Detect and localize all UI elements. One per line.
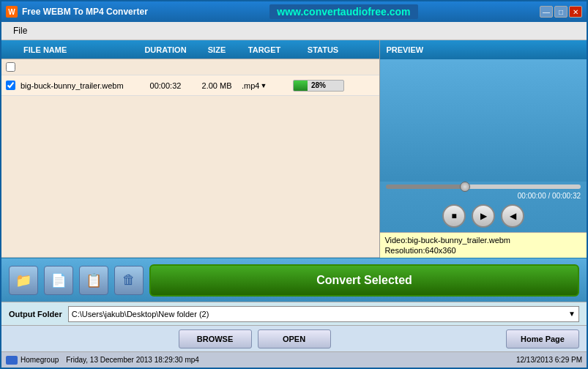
target-dropdown[interactable]: .mp4 ▼ — [242, 81, 287, 90]
row-duration: 00:00:32 — [136, 81, 195, 90]
network-label: Homegroup — [21, 356, 59, 364]
preview-info: Video:big-buck-bunny_trailer.webm Resolu… — [380, 232, 587, 258]
table-header: FILE NAME DURATION SIZE TARGET STATUS — [1, 40, 379, 59]
title-bar-left: W Free WEBM To MP4 Converter — [6, 6, 148, 18]
preview-panel: PREVIEW 00:00:00 / 00:00:32 ■ ▶ ◀ Vi — [380, 40, 587, 258]
target-value: .mp4 — [242, 81, 259, 90]
button-row: BROWSE OPEN Home Page — [1, 325, 587, 351]
col-header-duration: DURATION — [136, 45, 195, 54]
rewind-button[interactable]: ◀ — [501, 204, 524, 228]
col-header-filename: FILE NAME — [19, 45, 136, 54]
panels-row: FILE NAME DURATION SIZE TARGET STATUS — [1, 40, 587, 258]
col-header-size: SIZE — [195, 45, 239, 54]
delete-button[interactable]: 🗑 — [114, 266, 144, 295]
row-status: 28% — [290, 80, 356, 92]
preview-video-area — [380, 59, 587, 182]
bottom-toolbar: 📁 📄 📋 🗑 Convert Selected — [1, 258, 587, 302]
content-area: FILE NAME DURATION SIZE TARGET STATUS — [1, 40, 587, 368]
row-checkbox[interactable] — [6, 81, 15, 90]
brand-url: www.convertaudiofree.com — [269, 4, 417, 19]
status-clock: 12/13/2013 6:29 PM — [516, 356, 582, 364]
status-datetime: Friday, 13 December 2013 18:29:30 mp4 — [66, 356, 199, 364]
output-path-dropdown-arrow[interactable]: ▼ — [568, 310, 576, 318]
open-button[interactable]: OPEN — [258, 329, 331, 348]
app-title: Free WEBM To MP4 Converter — [22, 7, 148, 17]
add-file-button[interactable]: 📄 — [44, 266, 73, 295]
app-icon: W — [6, 6, 18, 18]
time-display: 00:00:00 / 00:00:32 — [380, 192, 587, 201]
add-folder-button[interactable]: 📁 — [9, 266, 38, 295]
unknown-button[interactable]: 📋 — [79, 266, 108, 295]
output-path-display[interactable]: C:\Users\jakub\Desktop\New folder (2) ▼ — [68, 306, 579, 322]
target-dropdown-arrow[interactable]: ▼ — [260, 82, 267, 89]
col-header-status: STATUS — [290, 45, 356, 54]
progress-text: 28% — [294, 81, 343, 91]
select-all-checkbox[interactable] — [6, 62, 15, 72]
stop-button[interactable]: ■ — [442, 204, 466, 228]
minimize-button[interactable]: — — [540, 6, 553, 18]
menu-file[interactable]: File — [7, 24, 33, 37]
preview-slider-row — [380, 182, 587, 192]
output-path-text: C:\Users\jakub\Desktop\New folder (2) — [72, 310, 209, 318]
preview-video-name: Video:big-buck-bunny_trailer.webm — [384, 235, 582, 245]
title-bar: W Free WEBM To MP4 Converter www.convert… — [1, 1, 587, 22]
file-table: FILE NAME DURATION SIZE TARGET STATUS — [1, 40, 379, 258]
left-panel: FILE NAME DURATION SIZE TARGET STATUS — [1, 40, 380, 258]
add-folder-icon: 📁 — [15, 272, 31, 288]
delete-icon: 🗑 — [122, 272, 135, 288]
convert-button[interactable]: Convert Selected — [149, 264, 579, 297]
browse-button[interactable]: BROWSE — [179, 329, 252, 348]
seek-slider[interactable] — [386, 184, 581, 189]
row-checkbox-cell — [1, 81, 19, 90]
status-bar: Homegroup Friday, 13 December 2013 18:29… — [1, 351, 587, 368]
select-all-row — [1, 59, 379, 75]
menu-bar: File — [1, 22, 587, 40]
table-row: big-buck-bunny_trailer.webm 00:00:32 2.0… — [1, 75, 379, 96]
output-folder-row: Output Folder C:\Users\jakub\Desktop\New… — [1, 302, 587, 325]
slider-thumb[interactable] — [460, 182, 470, 192]
empty-table-area — [1, 96, 379, 257]
maximize-button[interactable]: □ — [554, 6, 567, 18]
network-icon — [6, 356, 18, 365]
row-filename: big-buck-bunny_trailer.webm — [19, 81, 136, 90]
row-target: .mp4 ▼ — [239, 81, 290, 90]
unknown-icon: 📋 — [86, 272, 102, 288]
row-size: 2.00 MB — [195, 81, 239, 90]
window-controls: — □ ✕ — [540, 6, 582, 18]
home-page-button[interactable]: Home Page — [506, 329, 579, 348]
add-file-icon: 📄 — [51, 272, 67, 288]
close-button[interactable]: ✕ — [569, 6, 582, 18]
play-button[interactable]: ▶ — [472, 204, 495, 228]
output-folder-label: Output Folder — [9, 310, 62, 318]
player-controls: ■ ▶ ◀ — [380, 201, 587, 232]
status-network: Homegroup — [6, 356, 59, 365]
progress-bar: 28% — [293, 80, 344, 92]
preview-resolution: Resolution:640x360 — [384, 245, 582, 256]
col-header-target: TARGET — [239, 45, 290, 54]
preview-header: PREVIEW — [380, 40, 587, 59]
